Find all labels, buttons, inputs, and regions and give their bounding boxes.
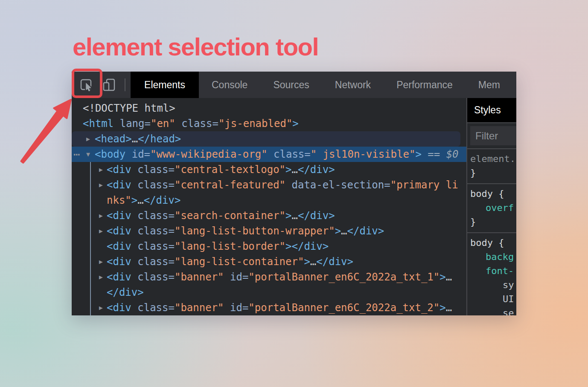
code-token: class= (131, 240, 175, 252)
dom-row-code: <div class="banner" id="portalBanner_en6… (72, 269, 466, 285)
code-token: > (285, 210, 291, 222)
dom-row[interactable]: ▶<div class="banner" id="portalBanner_en… (72, 300, 466, 315)
code-token: "lang-list-border" (175, 240, 285, 252)
code-token: " jsl10n-visible" (311, 148, 416, 160)
style-rule-row[interactable]: UI (470, 292, 516, 306)
code-token: class= (131, 164, 175, 176)
code-token: overf (486, 202, 514, 213)
node-menu-dots-icon[interactable]: ⋯ (73, 147, 79, 162)
code-token: "banner" (175, 271, 224, 283)
expand-arrow-icon[interactable]: ▶ (99, 300, 103, 315)
expand-arrow-icon[interactable]: ▶ (99, 162, 103, 177)
style-rule-row[interactable]: overf (470, 201, 516, 215)
dom-tree: <!DOCTYPE html><html lang="en" class="js… (72, 98, 466, 315)
code-token: > (304, 256, 310, 268)
dom-row-code: <div class="lang-list-button-wrapper">…<… (72, 223, 466, 239)
styles-filter-row (467, 123, 516, 148)
collapse-arrow-icon[interactable]: ▼ (86, 147, 90, 162)
expand-arrow-icon[interactable]: ▶ (99, 254, 103, 269)
code-token: id= (224, 302, 249, 314)
page: { "page": { "title_label": "element sele… (0, 0, 588, 387)
code-token: </div> (107, 286, 144, 298)
dom-row[interactable]: nks">…</div> (72, 193, 466, 208)
style-rule-row[interactable]: se (470, 306, 516, 315)
code-token: > (415, 148, 421, 160)
code-token: backg (486, 251, 514, 262)
styles-filter-input[interactable] (470, 126, 516, 145)
dom-row[interactable]: ▶<div class="central-textlogo">…</div> (72, 162, 466, 177)
dom-row[interactable]: ▶<div class="central-featured" data-el-s… (72, 177, 466, 193)
style-rule-row[interactable]: body { (470, 236, 516, 250)
dom-row-code: <div class="search-container">…</div> (72, 208, 466, 223)
tab-elements[interactable]: Elements (131, 72, 199, 98)
dom-row[interactable]: ▶<div class="lang-list-container">…</div… (72, 254, 466, 269)
code-token: class= (131, 210, 175, 222)
code-token: > (285, 164, 291, 176)
tab-styles[interactable]: Styles (467, 104, 501, 116)
devtools-toolbar: ElementsConsoleSourcesNetworkPerformance… (72, 72, 516, 98)
toggle-device-toolbar-button[interactable] (100, 75, 119, 94)
style-rule-row[interactable]: font- (470, 264, 516, 278)
dom-row[interactable]: <html lang="en" class="js-enabled"> (72, 116, 466, 131)
tab-sources[interactable]: Sources (260, 72, 322, 98)
styles-header: Styles (467, 98, 516, 122)
code-token: sy (503, 280, 514, 290)
code-token: } (470, 217, 476, 227)
code-token: "banner" (175, 302, 224, 314)
tab-console[interactable]: Console (199, 72, 260, 98)
dom-row-code: <head>…</head> (72, 131, 460, 147)
code-token: "en" (151, 118, 175, 130)
style-rule-section[interactable]: body {backgfont-syUIsefont- (467, 233, 516, 315)
tab-performance[interactable]: Performance (384, 72, 466, 98)
tab-network[interactable]: Network (322, 72, 384, 98)
code-token: "www-wikipedia-org" (150, 148, 268, 160)
code-token: </div> (144, 194, 181, 206)
code-token: "central-textlogo" (175, 164, 285, 176)
dom-row[interactable]: <!DOCTYPE html> (72, 101, 466, 116)
code-token: "central-featured" (175, 179, 285, 191)
dom-row-code: <body id="www-wikipedia-org" class=" jsl… (72, 147, 466, 162)
dom-row[interactable]: <div class="lang-list-border"></div> (72, 239, 466, 254)
style-rule-row[interactable]: } (470, 215, 516, 229)
dom-row[interactable]: ▶<div class="banner" id="portalBanner_en… (72, 269, 466, 285)
expand-arrow-icon[interactable]: ▶ (99, 223, 103, 239)
expand-arrow-icon[interactable]: ▶ (99, 177, 103, 193)
code-token: </head> (138, 133, 181, 145)
dom-row[interactable]: ▶<div class="lang-list-button-wrapper">…… (72, 223, 466, 239)
code-token: … (446, 271, 452, 283)
dom-row-code: nks">…</div> (72, 193, 466, 208)
style-rule-row[interactable]: body { (470, 187, 516, 201)
dom-row[interactable]: ▶<div class="search-container">…</div> (72, 208, 466, 223)
code-token: … (310, 256, 316, 268)
code-token: … (132, 133, 138, 145)
code-token: class= (131, 225, 175, 237)
code-token: "js-enabled" (218, 118, 292, 130)
code-token: <div (107, 179, 131, 191)
expand-arrow-icon[interactable]: ▶ (99, 269, 103, 285)
dom-row-code: <html lang="en" class="js-enabled"> (72, 116, 466, 131)
tab-mem[interactable]: Mem (466, 72, 513, 98)
code-token: </div> (298, 210, 335, 222)
styles-sections: element.}body {overf}body {backgfont-syU… (467, 149, 516, 315)
code-token: … (341, 225, 347, 237)
code-token: <html (83, 118, 114, 130)
style-rule-row[interactable]: sy (470, 278, 516, 292)
style-rule-section[interactable]: element.} (467, 149, 516, 183)
code-token: <div (107, 240, 131, 252)
code-token: … (292, 210, 298, 222)
code-token: > (292, 118, 298, 130)
dom-row[interactable]: ⋯▼<body id="www-wikipedia-org" class=" j… (72, 147, 466, 162)
code-token: element. (470, 153, 515, 164)
expand-arrow-icon[interactable]: ▶ (86, 131, 90, 147)
dom-row[interactable]: </div> (72, 285, 466, 300)
code-token: </div> (298, 164, 335, 176)
code-token: <div (107, 302, 131, 314)
style-rule-row[interactable]: backg (470, 250, 516, 264)
style-rule-row[interactable]: element. (470, 152, 516, 166)
style-rule-section[interactable]: body {overf} (467, 184, 516, 232)
expand-arrow-icon[interactable]: ▶ (99, 208, 103, 223)
code-token: </div> (316, 256, 353, 268)
code-token: <div (107, 225, 131, 237)
dom-row[interactable]: ▶<head>…</head> (72, 131, 460, 147)
style-rule-row[interactable]: } (470, 166, 516, 180)
